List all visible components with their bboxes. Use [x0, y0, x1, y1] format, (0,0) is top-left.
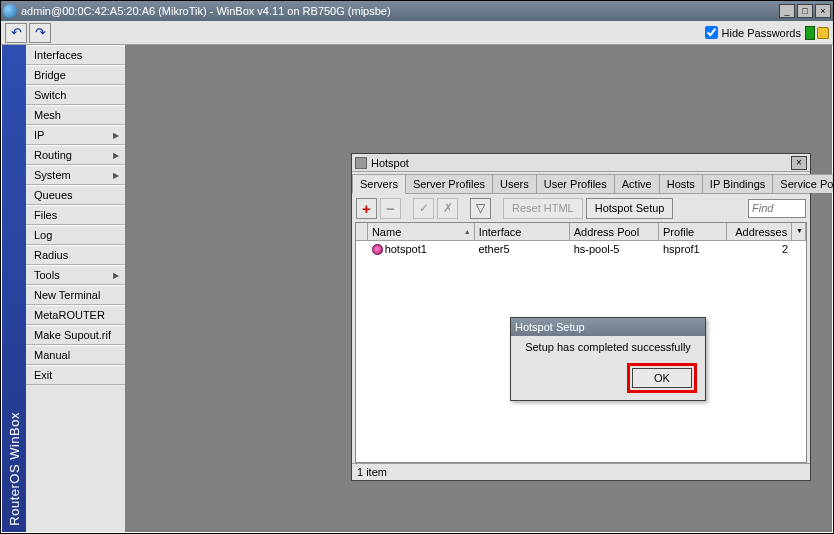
dialog-message: Setup has completed successfully [525, 341, 691, 353]
cell-interface: ether5 [474, 243, 569, 255]
maximize-button[interactable]: □ [797, 4, 813, 18]
sidebar-item-switch[interactable]: Switch [26, 85, 125, 105]
tab-users[interactable]: Users [492, 174, 537, 193]
sidebar-item-interfaces[interactable]: Interfaces [26, 45, 125, 65]
col-interface[interactable]: Interface [475, 223, 570, 240]
sidebar-item-routing[interactable]: Routing▶ [26, 145, 125, 165]
mdi-workspace: Hotspot × Servers Server Profiles Users … [126, 45, 832, 532]
find-input[interactable] [748, 199, 806, 218]
sidebar-item-system[interactable]: System▶ [26, 165, 125, 185]
sidebar-item-log[interactable]: Log [26, 225, 125, 245]
reset-html-button[interactable]: Reset HTML [503, 198, 583, 219]
hotspot-toolbar: + − ✓ ✗ ▽ Reset HTML Hotspot Setup [352, 194, 810, 222]
ok-highlight: OK [627, 363, 697, 393]
tab-active[interactable]: Active [614, 174, 660, 193]
close-button[interactable]: × [815, 4, 831, 18]
tab-hosts[interactable]: Hosts [659, 174, 703, 193]
sidebar-item-metarouter[interactable]: MetaROUTER [26, 305, 125, 325]
col-name[interactable]: Name [368, 223, 475, 240]
sidebar-item-exit[interactable]: Exit [26, 365, 125, 385]
hotspot-window-title: Hotspot [371, 157, 409, 169]
sidebar: Interfaces Bridge Switch Mesh IP▶ Routin… [26, 45, 126, 532]
hotspot-statusbar: 1 item [352, 463, 810, 480]
cell-pool: hs-pool-5 [570, 243, 659, 255]
hotspot-setup-button[interactable]: Hotspot Setup [586, 198, 674, 219]
hotspot-window-titlebar[interactable]: Hotspot × [352, 154, 810, 172]
main-titlebar: admin@00:0C:42:A5:20:A6 (MikroTik) - Win… [1, 1, 833, 21]
winbox-icon [3, 4, 17, 18]
sidebar-item-ip[interactable]: IP▶ [26, 125, 125, 145]
tab-user-profiles[interactable]: User Profiles [536, 174, 615, 193]
sidebar-item-tools[interactable]: Tools▶ [26, 265, 125, 285]
hide-passwords-label: Hide Passwords [722, 27, 801, 39]
undo-button[interactable]: ↶ [5, 23, 27, 43]
tab-server-profiles[interactable]: Server Profiles [405, 174, 493, 193]
secure-box-icon [805, 26, 815, 40]
minimize-button[interactable]: _ [779, 4, 795, 18]
table-header: Name Interface Address Pool Profile Addr… [356, 223, 806, 241]
item-count: 1 item [357, 466, 387, 478]
chevron-right-icon: ▶ [113, 171, 119, 180]
sidebar-item-radius[interactable]: Radius [26, 245, 125, 265]
hotspot-setup-dialog: Hotspot Setup Setup has completed succes… [510, 317, 706, 401]
remove-button[interactable]: − [380, 198, 401, 219]
enable-button[interactable]: ✓ [413, 198, 434, 219]
main-toolbar: ↶ ↷ Hide Passwords [1, 21, 833, 45]
hotspot-server-icon [372, 244, 383, 255]
sidebar-item-make-supout[interactable]: Make Supout.rif [26, 325, 125, 345]
col-gutter[interactable] [356, 223, 368, 240]
dialog-title: Hotspot Setup [515, 321, 585, 333]
hotspot-close-button[interactable]: × [791, 156, 807, 170]
dialog-titlebar[interactable]: Hotspot Setup [511, 318, 705, 336]
sidebar-item-mesh[interactable]: Mesh [26, 105, 125, 125]
filter-button[interactable]: ▽ [470, 198, 491, 219]
tab-service-ports[interactable]: Service Ports [772, 174, 834, 193]
col-menu[interactable] [792, 223, 806, 240]
brand-strip: RouterOS WinBox [2, 45, 26, 532]
cell-name: hotspot1 [368, 243, 475, 255]
security-indicators [805, 26, 829, 40]
disable-button[interactable]: ✗ [437, 198, 458, 219]
ok-button[interactable]: OK [632, 368, 692, 388]
hide-passwords-checkbox[interactable] [705, 26, 718, 39]
sidebar-item-new-terminal[interactable]: New Terminal [26, 285, 125, 305]
tab-ip-bindings[interactable]: IP Bindings [702, 174, 773, 193]
sidebar-item-files[interactable]: Files [26, 205, 125, 225]
tab-servers[interactable]: Servers [352, 174, 406, 194]
table-row[interactable]: hotspot1 ether5 hs-pool-5 hsprof1 2 [356, 241, 806, 257]
window-icon [355, 157, 367, 169]
lock-icon [817, 27, 829, 39]
col-profile[interactable]: Profile [659, 223, 727, 240]
window-title: admin@00:0C:42:A5:20:A6 (MikroTik) - Win… [21, 5, 391, 17]
hotspot-tabs: Servers Server Profiles Users User Profi… [352, 172, 810, 194]
add-button[interactable]: + [356, 198, 377, 219]
sidebar-item-manual[interactable]: Manual [26, 345, 125, 365]
sidebar-item-bridge[interactable]: Bridge [26, 65, 125, 85]
chevron-right-icon: ▶ [113, 131, 119, 140]
col-addresses[interactable]: Addresses [727, 223, 792, 240]
sidebar-item-queues[interactable]: Queues [26, 185, 125, 205]
col-address-pool[interactable]: Address Pool [570, 223, 659, 240]
cell-profile: hsprof1 [659, 243, 727, 255]
chevron-right-icon: ▶ [113, 271, 119, 280]
redo-button[interactable]: ↷ [29, 23, 51, 43]
cell-addresses: 2 [727, 243, 792, 255]
brand-text: RouterOS WinBox [7, 406, 22, 532]
hide-passwords-toggle[interactable]: Hide Passwords [705, 26, 801, 39]
chevron-right-icon: ▶ [113, 151, 119, 160]
